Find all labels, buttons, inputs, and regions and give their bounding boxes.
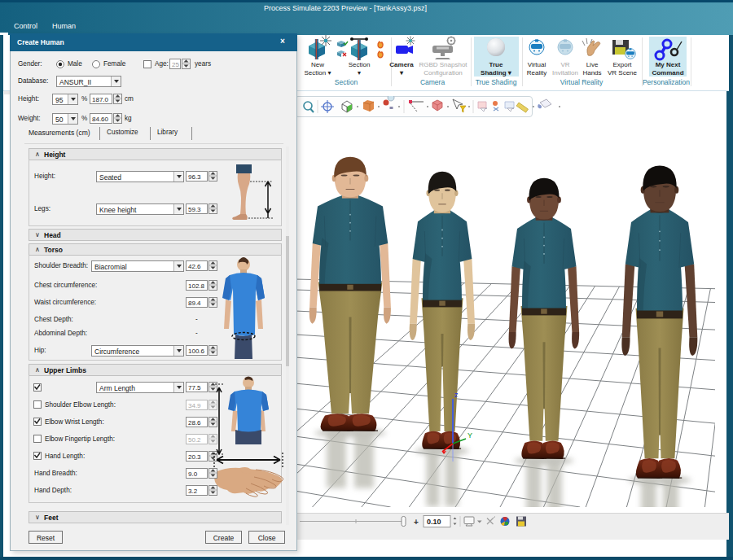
svg-text:0.10: 0.10 [427,518,441,526]
svg-text:+: + [414,518,419,527]
svg-text:Y: Y [467,431,472,440]
svg-text:z: z [454,391,459,399]
